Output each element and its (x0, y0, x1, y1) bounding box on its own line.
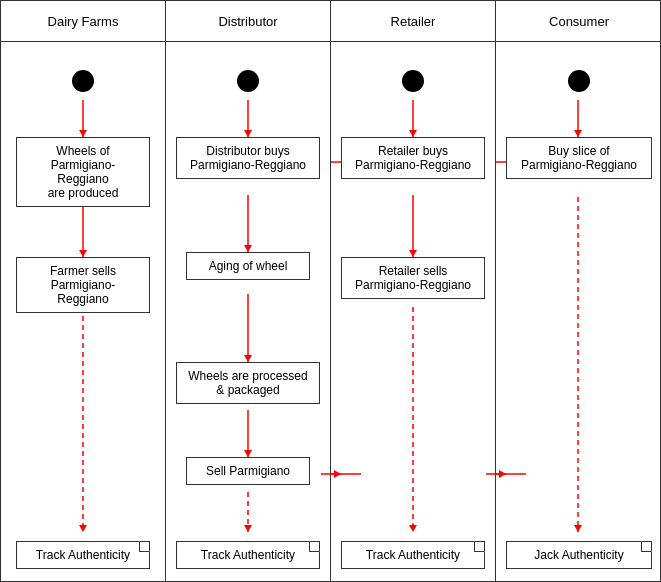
start-circle-dairy (72, 70, 94, 92)
lane-dairy-farms: Dairy Farms Wheels ofParmigiano-Reggiano… (1, 1, 166, 581)
box-track-auth-retailer: Track Authenticity (341, 541, 485, 569)
svg-marker-21 (409, 250, 417, 257)
lane-distributor-body: Distributor buysParmigiano-Reggiano Agin… (166, 42, 330, 581)
lane-retailer-header: Retailer (331, 1, 495, 42)
lane-dairy-farms-body: Wheels ofParmigiano-Reggianoare produced… (1, 42, 165, 581)
lane-distributor: Distributor Distributor buysParmigiano-R… (166, 1, 331, 581)
svg-marker-9 (244, 245, 252, 252)
svg-marker-15 (244, 525, 252, 532)
box-wheels-produced: Wheels ofParmigiano-Reggianoare produced (16, 137, 150, 207)
box-processed-packaged: Wheels are processed& packaged (176, 362, 320, 404)
svg-marker-3 (79, 250, 87, 257)
box-retailer-buys: Retailer buysParmigiano-Reggiano (341, 137, 485, 179)
lane-consumer: Consumer Buy slice ofParmigiano-Reggiano… (496, 1, 661, 581)
lane-retailer: Retailer Retailer buysParmigiano-Reggian… (331, 1, 496, 581)
svg-marker-19 (409, 130, 417, 137)
lane-retailer-body: Retailer buysParmigiano-Reggiano Retaile… (331, 42, 495, 581)
box-farmer-sells: Farmer sellsParmigiano-Reggiano (16, 257, 150, 313)
arrows-consumer (496, 42, 661, 581)
arrows-retailer (331, 42, 495, 581)
svg-marker-31 (574, 525, 582, 532)
lane-consumer-header: Consumer (496, 1, 661, 42)
lane-dairy-farms-header: Dairy Farms (1, 1, 165, 42)
start-circle-retailer (402, 70, 424, 92)
start-circle-distributor (237, 70, 259, 92)
svg-marker-11 (244, 355, 252, 362)
svg-marker-29 (574, 130, 582, 137)
svg-marker-5 (79, 525, 87, 532)
box-distributor-buys: Distributor buysParmigiano-Reggiano (176, 137, 320, 179)
box-jack-auth: Jack Authenticity (506, 541, 652, 569)
lane-distributor-header: Distributor (166, 1, 330, 42)
start-circle-consumer (568, 70, 590, 92)
svg-marker-1 (79, 130, 87, 137)
box-retailer-sells: Retailer sellsParmigiano-Reggiano (341, 257, 485, 299)
box-aging-wheel: Aging of wheel (186, 252, 310, 280)
arrows-distributor (166, 42, 330, 581)
svg-marker-7 (244, 130, 252, 137)
box-buy-slice: Buy slice ofParmigiano-Reggiano (506, 137, 652, 179)
box-track-auth-dairy: Track Authenticity (16, 541, 150, 569)
svg-marker-23 (409, 525, 417, 532)
svg-marker-13 (244, 450, 252, 457)
box-track-auth-distributor: Track Authenticity (176, 541, 320, 569)
diagram: Dairy Farms Wheels ofParmigiano-Reggiano… (0, 0, 661, 582)
box-sell-parmigiano: Sell Parmigiano (186, 457, 310, 485)
lane-consumer-body: Buy slice ofParmigiano-Reggiano Jack Aut… (496, 42, 661, 581)
